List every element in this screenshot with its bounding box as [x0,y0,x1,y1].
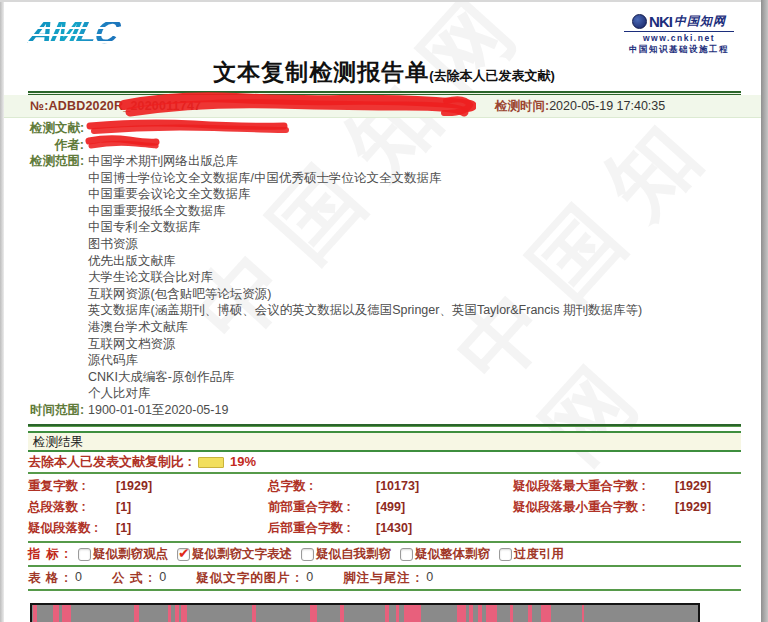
overlap-segment[interactable] [62,605,71,622]
overlap-segment[interactable] [404,605,421,622]
overlap-segment[interactable] [175,605,178,622]
document-info: 检测文献: 作者: 检测范围: 中国学术期刊网络出版总库中国博士学位论文全文数据… [0,118,768,424]
overlap-segment[interactable] [385,605,389,622]
indicator-checkbox[interactable] [400,548,413,561]
indicator-item[interactable]: 疑似整体剽窃 [400,546,490,563]
scope-database-item: 个人比对库 [88,385,642,402]
ratio-color-swatch [198,457,224,468]
report-header: AMLC NKI 中国知网 www.cnki.net 中国知识基础设施工程 [0,0,768,58]
overlap-segment[interactable] [582,605,584,622]
amlc-logo: AMLC [26,15,154,49]
stat-cell: 总段落数 : [1] [28,497,268,518]
indicator-item[interactable]: 过度引用 [499,546,564,563]
overlap-segment[interactable] [486,605,497,622]
cnki-logo-chinese: 中国知网 [674,13,726,30]
author-row: 作者: [30,137,768,154]
stat-value: [10173] [376,476,419,497]
stat-value: [1] [116,497,131,518]
overlap-segment[interactable] [510,605,513,622]
overlap-segment[interactable] [53,605,59,622]
scope-database-item: 英文数据库(涵盖期刊、博硕、会议的英文数据以及德国Springer、英国Tayl… [88,302,642,319]
overlap-segment[interactable] [541,605,552,622]
scope-list: 中国学术期刊网络出版总库中国博士学位论文全文数据库/中国优秀硕士学位论文全文数据… [88,153,642,402]
counts-row: 表 格 : 0 公 式 : 0 疑似文字的图片 : 0 脚注与尾注 : 0 [28,567,741,591]
scope-database-item: 中国重要会议论文全文数据库 [88,186,642,203]
indicator-checkbox[interactable] [78,548,91,561]
indicator-label: 疑似剽窃观点 [93,546,168,563]
count-value: 0 [426,570,433,587]
indicator-checkbox[interactable] [177,548,190,561]
time-range-label: 时间范围: [30,402,88,419]
report-number-band: №:ADBD2020R_2020011747 检测时间:2020-05-19 1… [0,95,768,118]
cnki-url: www.cnki.net [624,31,734,43]
count-item: 脚注与尾注 : 0 [343,570,433,587]
cnki-slogan: 中国知识基础设施工程 [624,44,734,56]
stat-value: [1929] [116,476,152,497]
cnki-logo: NKI 中国知网 www.cnki.net 中国知识基础设施工程 [624,13,734,56]
indicator-label: 过度引用 [514,546,564,563]
window-edge-right[interactable] [761,0,768,622]
indicator-item[interactable]: 疑似剽窃观点 [78,546,168,563]
stat-value: [1929] [675,476,711,497]
stat-value: [1929] [675,497,711,518]
stat-label [513,518,671,539]
author-label: 作者: [30,137,88,154]
indicator-item[interactable]: 疑似剽窃文字表述 [177,546,292,563]
indicators-row: 指 标 : 疑似剽窃观点 疑似剽窃文字表述 疑似自我剽窃 疑似整体剽窃 过度引用 [28,543,741,567]
statistics-section: 重复字数 : [1929] 总字数 : [10173] 疑似段落最大重合字数 :… [28,476,741,543]
amlc-logo-stripes [26,15,154,49]
overlap-segment[interactable] [340,605,344,622]
stat-label: 总字数 : [268,476,372,497]
stat-label: 疑似段落最大重合字数 : [513,476,671,497]
page-title: 文本复制检测报告单(去除本人已发表文献) [0,58,768,88]
overlap-segment[interactable] [469,605,473,622]
count-label: 疑似文字的图片 : [196,570,300,587]
overlap-segment[interactable] [168,605,171,622]
overlap-segment[interactable] [181,605,187,622]
results-header: 检测结果 [28,431,741,452]
indicator-checkbox[interactable] [499,548,512,561]
copy-ratio-row: 去除本人已发表文献复制比 : 19% [28,452,741,474]
overlap-segment[interactable] [528,605,532,622]
divider-results [28,424,741,427]
report-number: №:ADBD2020R_2020011747 [30,99,201,113]
stat-cell: 疑似段落最大重合字数 : [1929] [513,476,741,497]
scope-database-item: 中国学术期刊网络出版总库 [88,153,642,170]
page-title-main: 文本复制检测报告单 [213,59,429,85]
window-edge-left [0,0,4,622]
stat-cell: 前部重合字数 : [499] [268,497,513,518]
window-edge-top [0,0,768,2]
indicator-label: 疑似整体剽窃 [415,546,490,563]
scope-database-item: 大学生论文联合比对库 [88,269,642,286]
stat-cell: 疑似段落数 : [1] [28,518,268,539]
stat-label: 后部重合字数 : [268,518,372,539]
indicator-label: 疑似剽窃文字表述 [192,546,292,563]
doc-row: 检测文献: [30,120,768,137]
overlap-segment[interactable] [310,605,317,622]
scope-database-item: 图书资源 [88,236,642,253]
indicator-checkbox[interactable] [301,548,314,561]
count-item: 公 式 : 0 [112,570,166,587]
indicator-item[interactable]: 疑似自我剽窃 [301,546,391,563]
scope-database-item: 中国重要报纸全文数据库 [88,203,642,220]
overlap-segment[interactable] [134,605,139,622]
count-value: 0 [159,570,166,587]
count-label: 表 格 : [28,570,69,587]
check-time-label: 检测时间: [495,99,549,113]
stat-value: [1430] [376,518,412,539]
stat-cell: 后部重合字数 : [1430] [268,518,513,539]
overlap-segment[interactable] [478,605,481,622]
overlap-segment[interactable] [252,605,256,622]
doc-label: 检测文献: [30,120,88,137]
scope-label: 检测范围: [30,153,88,402]
overlap-segment[interactable] [457,605,466,622]
count-item: 疑似文字的图片 : 0 [196,570,313,587]
stat-label: 重复字数 : [28,476,112,497]
copy-ratio-value: 19% [230,451,256,473]
overlap-visualization-bar[interactable] [30,603,700,622]
overlap-segment[interactable] [33,605,38,622]
time-range-value: 1900-01-01至2020-05-19 [88,402,228,419]
stat-label: 疑似段落数 : [28,518,112,539]
cnki-globe-icon [632,14,647,29]
overlap-segment[interactable] [396,605,399,622]
